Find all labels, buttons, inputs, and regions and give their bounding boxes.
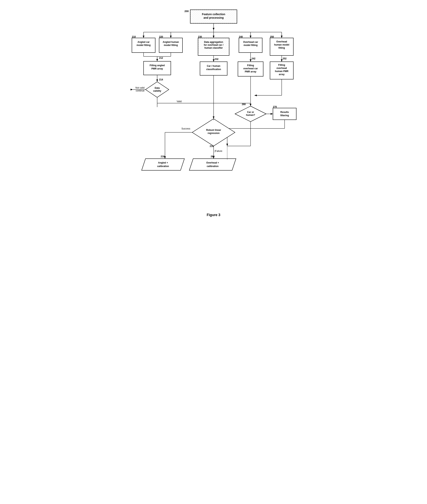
node-200-label: Feature collection <box>202 13 225 16</box>
label-260: 260 <box>242 103 245 106</box>
label-218: 218 <box>161 155 165 158</box>
node-210-label2: model fitting <box>137 44 151 47</box>
node-216-label: Robust linear <box>206 129 221 132</box>
node-218-label: Angled + <box>158 161 168 164</box>
flowchart-svg: Feature collection and processing 200 An… <box>126 4 301 208</box>
node-218-label2: calibration <box>157 165 169 168</box>
node-218-parallelogram <box>142 159 184 170</box>
node-252-label4: array <box>279 73 285 76</box>
label-220: 220 <box>159 35 163 38</box>
label-232: 232 <box>214 58 218 61</box>
figure-label: Figure 3 <box>126 213 301 217</box>
node-250-label3: fitting <box>278 47 285 49</box>
node-252-label3: human PMR <box>275 70 289 73</box>
node-212-label: Filling angled <box>150 64 165 67</box>
valid-label: Valid <box>177 100 182 103</box>
node-232-label: Car / human <box>207 65 220 67</box>
node-250-label: Overhead <box>276 40 287 43</box>
node-242-label3: PMR array <box>245 70 256 73</box>
diagram-container: Feature collection and processing 200 An… <box>126 4 301 217</box>
node-240-label: Overhead car <box>243 41 258 43</box>
node-270-label2: filtering <box>280 114 289 117</box>
label-250: 250 <box>270 35 274 38</box>
node-280-parallelogram <box>189 159 236 170</box>
label-210: 210 <box>132 35 136 38</box>
not-valid-label: Not valid <box>135 86 145 89</box>
node-214-label: Data <box>154 87 160 89</box>
label-270: 270 <box>273 106 277 108</box>
node-280-label: Overhead + <box>206 161 219 164</box>
label-212: 212 <box>159 57 163 59</box>
failure-label: |Failure <box>214 150 222 152</box>
node-200-label2: and processing <box>204 16 223 19</box>
node-210-label: Angled car <box>137 41 149 43</box>
label-200: 200 <box>184 10 189 13</box>
node-214-label2: validity <box>153 90 161 92</box>
node-230-label: Data aggregation <box>204 41 223 43</box>
node-252-label2: overhead <box>276 67 287 70</box>
node-230-label2: for overhead car / <box>204 44 223 46</box>
label-214: 214 <box>159 78 163 81</box>
node-250-label2: human model <box>274 43 289 46</box>
label-230: 230 <box>198 35 202 38</box>
label-240: 240 <box>239 35 243 38</box>
label-280: 280 <box>211 155 214 158</box>
node-212-label2: PMR array <box>151 67 163 70</box>
node-280-label2: calibration <box>206 165 218 168</box>
node-220-label: Angled human <box>163 41 179 43</box>
node-220-label2: model fitting <box>164 44 178 47</box>
label-252: 252 <box>283 57 287 60</box>
node-232-label2: classification <box>206 68 221 71</box>
success-label: Success <box>181 127 190 130</box>
node-216-label2: regression <box>207 132 220 134</box>
not-valid-label2: continue <box>136 89 145 92</box>
node-240-label2: model fitting <box>244 44 258 47</box>
node-230-label3: human classifier <box>204 47 223 49</box>
node-260-label2: human? <box>246 114 255 116</box>
node-242-label2: overhead car <box>243 67 258 70</box>
node-260-label: Car or <box>247 111 254 114</box>
node-242-label: Filling <box>247 64 254 67</box>
label-242: 242 <box>252 57 255 60</box>
svg-rect-100 <box>273 108 296 120</box>
node-270-label: Results <box>280 111 289 114</box>
node-252-label: Filling <box>278 64 285 66</box>
